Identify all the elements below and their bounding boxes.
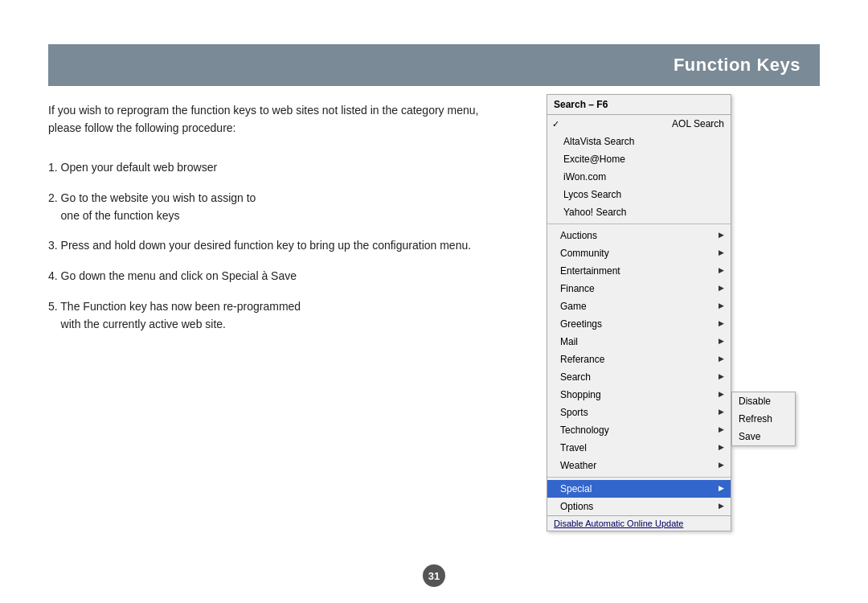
- left-content: If you wish to reprogram the function ke…: [48, 86, 522, 346]
- menu-item-auctions[interactable]: Auctions: [547, 227, 731, 244]
- menu-item-label: Mail: [560, 334, 578, 349]
- menu-item-label: Weather: [560, 458, 596, 473]
- menu-header: Search – F6: [547, 95, 731, 115]
- menu-item-weather[interactable]: Weather: [547, 457, 731, 474]
- list-item: 1. Open your default web browser: [48, 159, 514, 177]
- step-text: Go down the menu and click on Special à …: [61, 269, 297, 282]
- menu-item-label: Referance: [560, 352, 604, 367]
- menu-panel: Search – F6 AOL Search AltaVista Search …: [547, 94, 731, 531]
- intro-text: If you wish to reprogram the function ke…: [48, 102, 514, 137]
- list-item: 2. Go to the website you wish to assign …: [48, 190, 514, 224]
- submenu-item-save[interactable]: Save: [732, 428, 795, 445]
- step-number: 1.: [48, 161, 61, 174]
- list-item: 5. The Function key has now been re-prog…: [48, 298, 514, 333]
- dropdown-container: Search – F6 AOL Search AltaVista Search …: [547, 94, 820, 531]
- menu-item-label: iWon.com: [563, 170, 606, 184]
- menu-item-label: Excite@Home: [563, 152, 625, 166]
- menu-item-label: Finance: [560, 281, 595, 296]
- menu-item-label: Greetings: [560, 317, 602, 331]
- menu-item-aol[interactable]: AOL Search: [547, 115, 731, 133]
- menu-item-entertainment[interactable]: Entertainment: [547, 262, 731, 280]
- menu-item-label: Special: [560, 482, 592, 496]
- header-bar: Function Keys: [48, 44, 820, 86]
- menu-item-greetings[interactable]: Greetings: [547, 315, 731, 333]
- menu-item-label: Technology: [560, 423, 609, 437]
- step-number: 5.: [48, 300, 60, 313]
- submenu-item-disable[interactable]: Disable: [732, 392, 795, 410]
- menu-item-label: Sports: [560, 405, 588, 420]
- menu-item-options[interactable]: Options: [547, 498, 731, 515]
- step-text: Go to the website you wish to assign to …: [48, 191, 256, 222]
- menu-item-label: Search: [560, 370, 591, 384]
- menu-item-altavista[interactable]: AltaVista Search: [547, 133, 731, 150]
- submenu-panel: Disable Refresh Save: [731, 392, 796, 446]
- step-number: 2.: [48, 191, 61, 204]
- steps-list: 1. Open your default web browser 2. Go t…: [48, 159, 514, 333]
- menu-item-special[interactable]: Special: [547, 480, 731, 498]
- menu-item-iwon[interactable]: iWon.com: [547, 168, 731, 186]
- step-number: 3.: [48, 239, 61, 252]
- step-number: 4.: [48, 269, 61, 282]
- menu-item-sports[interactable]: Sports: [547, 404, 731, 421]
- menu-item-shopping[interactable]: Shopping: [547, 386, 731, 404]
- page-title: Function Keys: [674, 55, 800, 76]
- menu-item-label: AltaVista Search: [563, 134, 635, 149]
- menu-item-excite[interactable]: Excite@Home: [547, 150, 731, 168]
- menu-divider: [547, 224, 731, 224]
- menu-item-travel[interactable]: Travel: [547, 439, 731, 457]
- right-content: Search – F6 AOL Search AltaVista Search …: [547, 86, 820, 531]
- list-item: 4. Go down the menu and click on Special…: [48, 268, 514, 285]
- submenu-item-refresh[interactable]: Refresh: [732, 410, 795, 428]
- menu-item-community[interactable]: Community: [547, 244, 731, 262]
- menu-item-label: AOL Search: [672, 117, 724, 131]
- step-text: The Function key has now been re-program…: [48, 300, 301, 330]
- menu-item-label: Entertainment: [560, 264, 620, 278]
- menu-divider-2: [547, 477, 731, 478]
- menu-item-referance[interactable]: Referance: [547, 351, 731, 368]
- menu-item-lycos[interactable]: Lycos Search: [547, 186, 731, 203]
- step-text: Open your default web browser: [61, 161, 218, 174]
- menu-item-label: Game: [560, 299, 587, 314]
- menu-item-game[interactable]: Game: [547, 297, 731, 315]
- content-area: If you wish to reprogram the function ke…: [48, 86, 820, 555]
- menu-item-label: Auctions: [560, 228, 597, 243]
- menu-item-label: Travel: [560, 441, 587, 455]
- page-number: 31: [423, 564, 445, 587]
- menu-item-yahoo[interactable]: Yahoo! Search: [547, 203, 731, 221]
- menu-item-label: Community: [560, 246, 609, 260]
- menu-item-label: Shopping: [560, 388, 601, 402]
- menu-item-mail[interactable]: Mail: [547, 333, 731, 351]
- menu-item-search[interactable]: Search: [547, 368, 731, 386]
- menu-item-label: Options: [560, 499, 593, 514]
- menu-bottom-item[interactable]: Disable Automatic Online Update: [547, 515, 731, 531]
- menu-item-label: Lycos Search: [563, 187, 621, 202]
- menu-item-label: Yahoo! Search: [563, 205, 627, 219]
- step-text: Press and hold down your desired functio…: [61, 239, 472, 252]
- menu-item-technology[interactable]: Technology: [547, 421, 731, 439]
- menu-item-finance[interactable]: Finance: [547, 280, 731, 297]
- list-item: 3. Press and hold down your desired func…: [48, 237, 514, 255]
